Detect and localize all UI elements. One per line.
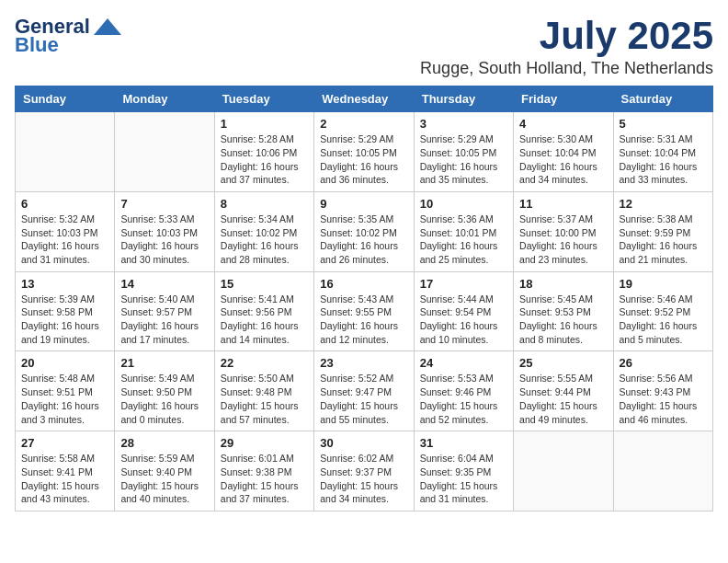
weekday-header: Monday bbox=[115, 86, 214, 112]
day-number: 21 bbox=[120, 356, 208, 370]
cell-content: Sunrise: 5:32 AM Sunset: 10:03 PM Daylig… bbox=[21, 213, 108, 267]
day-number: 11 bbox=[519, 197, 607, 211]
day-number: 16 bbox=[320, 277, 407, 291]
day-number: 13 bbox=[21, 277, 108, 291]
calendar-cell: 27Sunrise: 5:58 AM Sunset: 9:41 PM Dayli… bbox=[16, 431, 115, 511]
cell-content: Sunrise: 5:52 AM Sunset: 9:47 PM Dayligh… bbox=[320, 372, 407, 426]
cell-content: Sunrise: 5:44 AM Sunset: 9:54 PM Dayligh… bbox=[420, 293, 507, 347]
calendar-week-row: 20Sunrise: 5:48 AM Sunset: 9:51 PM Dayli… bbox=[16, 351, 713, 431]
day-number: 29 bbox=[221, 436, 308, 450]
calendar-cell: 18Sunrise: 5:45 AM Sunset: 9:53 PM Dayli… bbox=[514, 271, 613, 351]
cell-content: Sunrise: 5:39 AM Sunset: 9:58 PM Dayligh… bbox=[21, 293, 108, 347]
calendar-cell bbox=[613, 431, 712, 511]
day-number: 24 bbox=[420, 356, 507, 370]
calendar-cell: 26Sunrise: 5:56 AM Sunset: 9:43 PM Dayli… bbox=[613, 351, 712, 431]
calendar-header-row: SundayMondayTuesdayWednesdayThursdayFrid… bbox=[16, 86, 713, 112]
day-number: 30 bbox=[320, 436, 407, 450]
calendar-cell: 10Sunrise: 5:36 AM Sunset: 10:01 PM Dayl… bbox=[414, 191, 513, 271]
cell-content: Sunrise: 5:53 AM Sunset: 9:46 PM Dayligh… bbox=[420, 372, 507, 426]
day-number: 2 bbox=[320, 117, 407, 131]
day-number: 6 bbox=[21, 197, 108, 211]
cell-content: Sunrise: 6:02 AM Sunset: 9:37 PM Dayligh… bbox=[320, 452, 407, 506]
cell-content: Sunrise: 5:29 AM Sunset: 10:05 PM Daylig… bbox=[420, 132, 507, 187]
weekday-header: Thursday bbox=[414, 86, 513, 112]
day-number: 10 bbox=[420, 197, 507, 211]
cell-content: Sunrise: 5:37 AM Sunset: 10:00 PM Daylig… bbox=[519, 213, 607, 267]
day-number: 26 bbox=[620, 356, 707, 370]
cell-content: Sunrise: 5:43 AM Sunset: 9:55 PM Dayligh… bbox=[320, 293, 407, 347]
calendar-week-row: 13Sunrise: 5:39 AM Sunset: 9:58 PM Dayli… bbox=[16, 271, 713, 351]
cell-content: Sunrise: 5:40 AM Sunset: 9:57 PM Dayligh… bbox=[120, 293, 208, 347]
calendar-cell: 31Sunrise: 6:04 AM Sunset: 9:35 PM Dayli… bbox=[414, 431, 513, 511]
calendar-cell: 23Sunrise: 5:52 AM Sunset: 9:47 PM Dayli… bbox=[314, 351, 414, 431]
day-number: 8 bbox=[221, 197, 308, 211]
weekday-header: Saturday bbox=[613, 86, 712, 112]
calendar-cell: 11Sunrise: 5:37 AM Sunset: 10:00 PM Dayl… bbox=[514, 191, 613, 271]
cell-content: Sunrise: 6:01 AM Sunset: 9:38 PM Dayligh… bbox=[221, 452, 308, 506]
day-number: 15 bbox=[221, 277, 308, 291]
calendar-cell bbox=[514, 431, 613, 511]
cell-content: Sunrise: 5:30 AM Sunset: 10:04 PM Daylig… bbox=[519, 132, 607, 187]
calendar-cell: 14Sunrise: 5:40 AM Sunset: 9:57 PM Dayli… bbox=[115, 271, 214, 351]
cell-content: Sunrise: 5:36 AM Sunset: 10:01 PM Daylig… bbox=[420, 213, 507, 267]
day-number: 25 bbox=[519, 356, 607, 370]
calendar-cell: 5Sunrise: 5:31 AM Sunset: 10:04 PM Dayli… bbox=[613, 112, 712, 192]
location-title: Rugge, South Holland, The Netherlands bbox=[420, 59, 713, 78]
day-number: 17 bbox=[420, 277, 507, 291]
day-number: 12 bbox=[620, 197, 707, 211]
calendar-cell bbox=[16, 112, 115, 192]
svg-marker-0 bbox=[94, 18, 121, 35]
day-number: 20 bbox=[21, 356, 108, 370]
title-area: July 2025 Rugge, South Holland, The Neth… bbox=[420, 15, 713, 78]
calendar-cell: 19Sunrise: 5:46 AM Sunset: 9:52 PM Dayli… bbox=[613, 271, 712, 351]
calendar-week-row: 6Sunrise: 5:32 AM Sunset: 10:03 PM Dayli… bbox=[16, 191, 713, 271]
page-header: General Blue July 2025 Rugge, South Holl… bbox=[15, 15, 713, 78]
day-number: 9 bbox=[320, 197, 407, 211]
calendar-cell: 2Sunrise: 5:29 AM Sunset: 10:05 PM Dayli… bbox=[314, 112, 414, 192]
cell-content: Sunrise: 5:34 AM Sunset: 10:02 PM Daylig… bbox=[221, 213, 308, 267]
cell-content: Sunrise: 6:04 AM Sunset: 9:35 PM Dayligh… bbox=[420, 452, 507, 506]
day-number: 4 bbox=[519, 117, 607, 131]
calendar-cell: 15Sunrise: 5:41 AM Sunset: 9:56 PM Dayli… bbox=[214, 271, 313, 351]
cell-content: Sunrise: 5:46 AM Sunset: 9:52 PM Dayligh… bbox=[620, 293, 707, 347]
cell-content: Sunrise: 5:35 AM Sunset: 10:02 PM Daylig… bbox=[320, 213, 407, 267]
calendar-cell: 16Sunrise: 5:43 AM Sunset: 9:55 PM Dayli… bbox=[314, 271, 414, 351]
weekday-header: Friday bbox=[514, 86, 613, 112]
calendar-cell: 30Sunrise: 6:02 AM Sunset: 9:37 PM Dayli… bbox=[314, 431, 414, 511]
calendar-cell: 8Sunrise: 5:34 AM Sunset: 10:02 PM Dayli… bbox=[214, 191, 313, 271]
calendar-cell: 12Sunrise: 5:38 AM Sunset: 9:59 PM Dayli… bbox=[613, 191, 712, 271]
weekday-header: Sunday bbox=[16, 86, 115, 112]
day-number: 3 bbox=[420, 117, 507, 131]
cell-content: Sunrise: 5:55 AM Sunset: 9:44 PM Dayligh… bbox=[519, 372, 607, 426]
cell-content: Sunrise: 5:28 AM Sunset: 10:06 PM Daylig… bbox=[221, 132, 308, 187]
day-number: 28 bbox=[120, 436, 208, 450]
logo-icon bbox=[94, 18, 121, 35]
calendar-cell: 1Sunrise: 5:28 AM Sunset: 10:06 PM Dayli… bbox=[214, 112, 313, 192]
calendar-cell: 24Sunrise: 5:53 AM Sunset: 9:46 PM Dayli… bbox=[414, 351, 513, 431]
calendar-cell: 28Sunrise: 5:59 AM Sunset: 9:40 PM Dayli… bbox=[115, 431, 214, 511]
day-number: 22 bbox=[221, 356, 308, 370]
weekday-header: Wednesday bbox=[314, 86, 414, 112]
cell-content: Sunrise: 5:38 AM Sunset: 9:59 PM Dayligh… bbox=[620, 213, 707, 267]
calendar-week-row: 27Sunrise: 5:58 AM Sunset: 9:41 PM Dayli… bbox=[16, 431, 713, 511]
day-number: 27 bbox=[21, 436, 108, 450]
calendar-cell: 21Sunrise: 5:49 AM Sunset: 9:50 PM Dayli… bbox=[115, 351, 214, 431]
cell-content: Sunrise: 5:56 AM Sunset: 9:43 PM Dayligh… bbox=[620, 372, 707, 426]
calendar-cell: 6Sunrise: 5:32 AM Sunset: 10:03 PM Dayli… bbox=[16, 191, 115, 271]
calendar-cell: 4Sunrise: 5:30 AM Sunset: 10:04 PM Dayli… bbox=[514, 112, 613, 192]
day-number: 7 bbox=[120, 197, 208, 211]
weekday-header: Tuesday bbox=[214, 86, 313, 112]
cell-content: Sunrise: 5:49 AM Sunset: 9:50 PM Dayligh… bbox=[120, 372, 208, 426]
month-title: July 2025 bbox=[420, 15, 713, 57]
cell-content: Sunrise: 5:45 AM Sunset: 9:53 PM Dayligh… bbox=[519, 293, 607, 347]
logo-blue-text: Blue bbox=[15, 33, 59, 57]
day-number: 1 bbox=[221, 117, 308, 131]
calendar-table: SundayMondayTuesdayWednesdayThursdayFrid… bbox=[15, 86, 713, 511]
cell-content: Sunrise: 5:48 AM Sunset: 9:51 PM Dayligh… bbox=[21, 372, 108, 426]
cell-content: Sunrise: 5:33 AM Sunset: 10:03 PM Daylig… bbox=[120, 213, 208, 267]
calendar-cell: 20Sunrise: 5:48 AM Sunset: 9:51 PM Dayli… bbox=[16, 351, 115, 431]
calendar-cell: 9Sunrise: 5:35 AM Sunset: 10:02 PM Dayli… bbox=[314, 191, 414, 271]
day-number: 18 bbox=[519, 277, 607, 291]
cell-content: Sunrise: 5:59 AM Sunset: 9:40 PM Dayligh… bbox=[120, 452, 208, 506]
calendar-cell: 25Sunrise: 5:55 AM Sunset: 9:44 PM Dayli… bbox=[514, 351, 613, 431]
